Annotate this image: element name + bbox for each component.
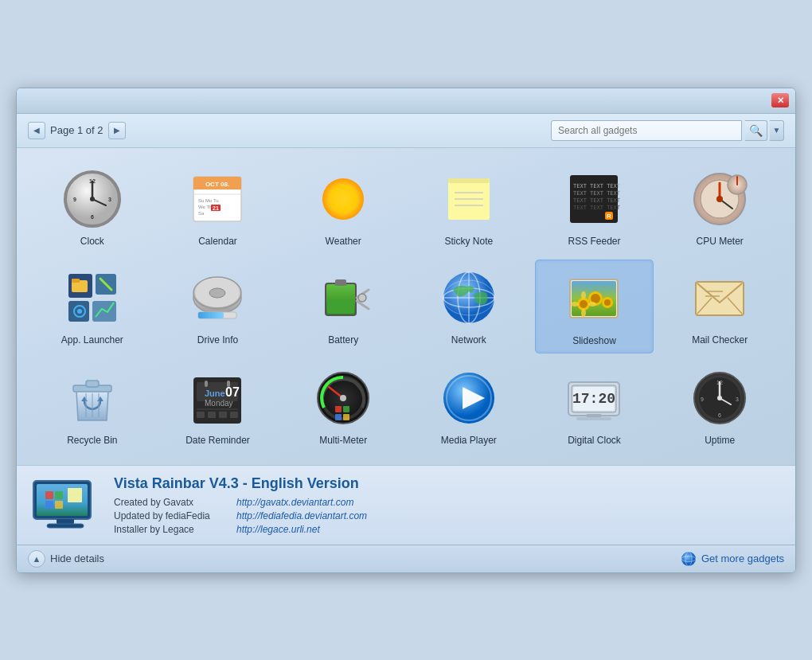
svg-rect-50 — [198, 312, 224, 318]
svg-point-134 — [681, 552, 696, 566]
svg-text:9: 9 — [701, 396, 704, 402]
svg-rect-131 — [68, 488, 82, 502]
svg-text:Monday: Monday — [205, 399, 233, 408]
footer-updated-link[interactable]: http://fediafedia.deviantart.com — [236, 510, 367, 521]
gadget-recycle-bin[interactable]: Recycle Bin — [33, 360, 152, 452]
svg-point-34 — [716, 196, 723, 202]
footer-created-link[interactable]: http://gavatx.deviantart.com — [236, 497, 353, 508]
search-area: 🔍 ▼ — [551, 120, 784, 141]
svg-text:TEXT TEXT TEXT: TEXT TEXT TEXT — [573, 197, 621, 204]
multi-meter-icon — [311, 366, 375, 430]
svg-rect-80 — [86, 381, 99, 387]
close-button[interactable]: ✕ — [771, 93, 789, 107]
gadget-rss-feeder[interactable]: TEXT TEXT TEXT TEXT TEXT TEXT TEXT TEXT … — [535, 161, 654, 253]
svg-text:Su Mo Tu: Su Mo Tu — [198, 198, 219, 203]
sticky-note-icon — [437, 167, 501, 231]
svg-point-73 — [581, 309, 586, 317]
svg-rect-129 — [45, 501, 53, 509]
footer-row-2: Installer by Legace http://legace.urli.n… — [114, 524, 783, 535]
gadget-mail-checker[interactable]: Mail Checker — [660, 260, 779, 353]
svg-rect-97 — [227, 381, 230, 387]
hide-details-icon: ▲ — [28, 550, 45, 568]
gadget-uptime[interactable]: 12 3 6 9 Uptime — [660, 360, 779, 452]
get-more-gadgets-button[interactable]: Get more gadgets — [681, 551, 784, 567]
footer-created-label: Created by Gavatx — [114, 497, 217, 508]
svg-text:6: 6 — [91, 214, 94, 220]
svg-text:TEXT TEXT TEXT: TEXT TEXT TEXT — [573, 190, 621, 197]
svg-point-123 — [717, 396, 722, 400]
svg-point-72 — [581, 291, 586, 299]
digital-clock-label: Digital Clock — [568, 435, 621, 446]
next-page-button[interactable]: ▶ — [108, 122, 126, 139]
svg-rect-96 — [205, 381, 208, 387]
gadget-multi-meter[interactable]: Multi-Meter — [283, 360, 403, 452]
gadget-date-reminder[interactable]: June 07 Monday Date Reminder — [158, 360, 278, 452]
svg-rect-52 — [327, 299, 354, 314]
svg-point-74 — [571, 302, 579, 307]
footer-row-0: Created by Gavatx http://gavatx.devianta… — [114, 497, 783, 508]
footer-info: Vista Rainbar V4.3 - English Version Cre… — [17, 465, 795, 545]
calendar-icon: OCT 08. Su Mo Tu We Th Fr Sa 21 — [185, 167, 249, 231]
footer-title: Vista Rainbar V4.3 - English Version — [114, 475, 783, 492]
svg-text:Sa: Sa — [198, 211, 205, 216]
svg-point-7 — [90, 197, 95, 201]
gadget-battery[interactable]: Battery — [283, 260, 403, 353]
app-launcher-icon — [61, 266, 124, 330]
gadget-network[interactable]: Network — [409, 260, 529, 353]
hide-details-button[interactable]: ▲ Hide details — [28, 550, 104, 568]
get-more-icon — [681, 551, 697, 567]
svg-rect-21 — [448, 178, 490, 183]
network-icon — [437, 266, 501, 330]
sticky-note-label: Sticky Note — [444, 236, 493, 247]
clock-icon: 12 3 6 9 — [61, 167, 124, 231]
digital-clock-icon: 17:20 — [562, 366, 626, 430]
gadget-clock[interactable]: 12 3 6 9 Clock — [33, 161, 152, 253]
svg-rect-130 — [55, 501, 63, 509]
svg-text:3: 3 — [736, 396, 739, 402]
search-dropdown-button[interactable]: ▼ — [770, 120, 784, 141]
svg-rect-133 — [47, 524, 84, 528]
gadget-cpu-meter[interactable]: CPU Meter — [660, 161, 779, 253]
gadget-media-player[interactable]: Media Player — [409, 360, 529, 452]
search-button[interactable]: 🔍 — [745, 120, 767, 141]
battery-label: Battery — [328, 334, 358, 346]
footer-rows: Created by Gavatx http://gavatx.devianta… — [114, 497, 783, 535]
gadget-sticky-note[interactable]: Sticky Note — [409, 161, 529, 253]
cpu-meter-icon — [688, 167, 751, 231]
svg-text:R: R — [607, 213, 612, 220]
svg-rect-41 — [72, 279, 80, 283]
media-player-icon — [437, 366, 501, 430]
slideshow-label: Slideshow — [572, 335, 616, 346]
svg-rect-114 — [576, 417, 611, 420]
svg-point-19 — [329, 185, 357, 213]
rss-feeder-label: RSS Feeder — [568, 236, 620, 247]
toolbar: ◀ Page 1 of 2 ▶ 🔍 ▼ — [17, 114, 795, 148]
footer-installer-link[interactable]: http://legace.urli.net — [236, 524, 320, 535]
date-reminder-icon: June 07 Monday — [185, 366, 249, 430]
get-more-label: Get more gadgets — [701, 553, 784, 564]
prev-page-button[interactable]: ◀ — [28, 122, 45, 139]
svg-rect-103 — [343, 406, 349, 412]
gadget-slideshow[interactable]: Slideshow — [535, 260, 654, 353]
gadget-app-launcher[interactable]: App. Launcher — [33, 260, 152, 353]
svg-rect-95 — [230, 412, 238, 418]
gadget-drive-info[interactable]: Drive Info — [158, 260, 278, 353]
svg-point-75 — [588, 302, 596, 307]
slideshow-icon — [562, 267, 626, 330]
svg-point-71 — [604, 299, 611, 306]
gadgets-grid: 12 3 6 9 Clock OCT 08. — [17, 148, 795, 465]
gadget-digital-clock[interactable]: 17:20 Digital Clock — [535, 360, 654, 452]
svg-text:3: 3 — [108, 197, 111, 202]
rss-feeder-icon: TEXT TEXT TEXT TEXT TEXT TEXT TEXT TEXT … — [562, 167, 626, 231]
gadget-calendar[interactable]: OCT 08. Su Mo Tu We Th Fr Sa 21 Calendar — [158, 161, 278, 253]
svg-text:07: 07 — [225, 385, 240, 399]
svg-point-48 — [209, 288, 225, 298]
svg-rect-53 — [335, 279, 346, 286]
calendar-label: Calendar — [198, 236, 237, 247]
gadget-weather[interactable]: Weather — [283, 161, 403, 253]
svg-rect-102 — [335, 406, 342, 412]
title-bar: ✕ — [17, 88, 795, 114]
app-launcher-label: App. Launcher — [61, 334, 123, 346]
mail-checker-label: Mail Checker — [692, 334, 748, 346]
search-input[interactable] — [551, 120, 742, 141]
